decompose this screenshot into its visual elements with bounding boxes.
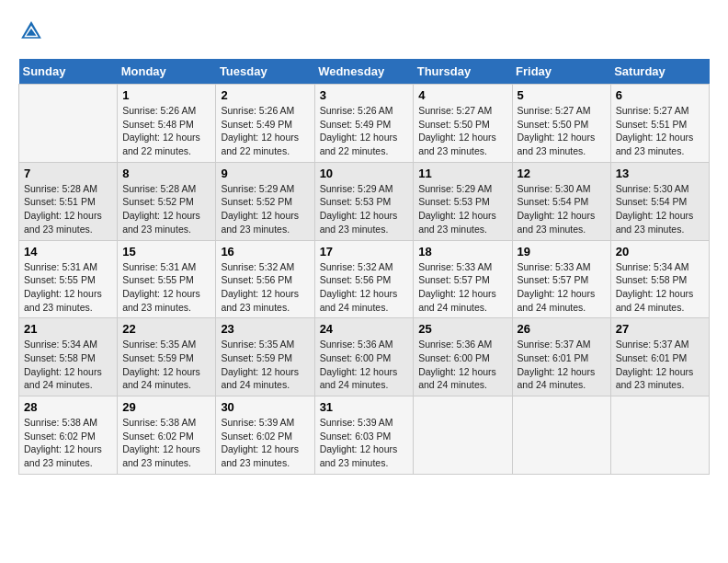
day-info: Sunrise: 5:36 AM Sunset: 6:00 PM Dayligh… bbox=[418, 338, 506, 392]
day-info: Sunrise: 5:32 AM Sunset: 5:56 PM Dayligh… bbox=[221, 260, 309, 315]
header-day-thursday: Thursday bbox=[414, 59, 512, 85]
calendar-cell: 31Sunrise: 5:39 AM Sunset: 6:03 PM Dayli… bbox=[314, 396, 414, 475]
day-info: Sunrise: 5:26 AM Sunset: 5:48 PM Dayligh… bbox=[122, 104, 210, 158]
calendar-table: SundayMondayTuesdayWednesdayThursdayFrid… bbox=[18, 59, 710, 475]
header-day-saturday: Saturday bbox=[610, 59, 709, 85]
calendar-cell: 29Sunrise: 5:38 AM Sunset: 6:02 PM Dayli… bbox=[118, 396, 216, 475]
calendar-cell: 8Sunrise: 5:28 AM Sunset: 5:52 PM Daylig… bbox=[118, 162, 216, 240]
day-number: 5 bbox=[518, 88, 606, 102]
calendar-cell: 18Sunrise: 5:33 AM Sunset: 5:57 PM Dayli… bbox=[414, 240, 512, 318]
day-info: Sunrise: 5:30 AM Sunset: 5:54 PM Dayligh… bbox=[518, 182, 606, 236]
calendar-cell: 11Sunrise: 5:29 AM Sunset: 5:53 PM Dayli… bbox=[414, 162, 512, 240]
calendar-cell: 2Sunrise: 5:26 AM Sunset: 5:49 PM Daylig… bbox=[216, 85, 314, 163]
calendar-cell bbox=[414, 396, 512, 475]
calendar-week-3: 14Sunrise: 5:31 AM Sunset: 5:55 PM Dayli… bbox=[19, 240, 710, 318]
header-day-friday: Friday bbox=[512, 59, 610, 85]
calendar-cell: 21Sunrise: 5:34 AM Sunset: 5:58 PM Dayli… bbox=[19, 318, 118, 396]
calendar-week-4: 21Sunrise: 5:34 AM Sunset: 5:58 PM Dayli… bbox=[19, 318, 710, 396]
day-info: Sunrise: 5:38 AM Sunset: 6:02 PM Dayligh… bbox=[24, 416, 112, 470]
day-number: 10 bbox=[320, 167, 409, 180]
day-info: Sunrise: 5:35 AM Sunset: 5:59 PM Dayligh… bbox=[122, 338, 210, 392]
logo-icon bbox=[18, 18, 44, 44]
header-day-wednesday: Wednesday bbox=[314, 59, 414, 85]
day-number: 28 bbox=[24, 400, 112, 414]
day-number: 13 bbox=[616, 167, 704, 180]
day-info: Sunrise: 5:28 AM Sunset: 5:52 PM Dayligh… bbox=[122, 182, 210, 236]
day-number: 17 bbox=[320, 245, 409, 259]
day-number: 15 bbox=[122, 245, 210, 259]
calendar-week-5: 28Sunrise: 5:38 AM Sunset: 6:02 PM Dayli… bbox=[19, 396, 710, 475]
day-info: Sunrise: 5:34 AM Sunset: 5:58 PM Dayligh… bbox=[24, 338, 112, 392]
day-number: 23 bbox=[221, 322, 309, 336]
day-info: Sunrise: 5:37 AM Sunset: 6:01 PM Dayligh… bbox=[616, 338, 704, 392]
day-number: 11 bbox=[418, 167, 506, 180]
day-number: 30 bbox=[221, 400, 309, 414]
day-info: Sunrise: 5:38 AM Sunset: 6:02 PM Dayligh… bbox=[122, 416, 210, 470]
day-info: Sunrise: 5:36 AM Sunset: 6:00 PM Dayligh… bbox=[320, 338, 409, 392]
header-day-monday: Monday bbox=[118, 59, 216, 85]
day-info: Sunrise: 5:37 AM Sunset: 6:01 PM Dayligh… bbox=[518, 338, 606, 392]
day-number: 18 bbox=[418, 245, 506, 259]
day-number: 29 bbox=[122, 400, 210, 414]
day-number: 7 bbox=[24, 167, 112, 180]
day-number: 4 bbox=[418, 88, 506, 102]
day-info: Sunrise: 5:34 AM Sunset: 5:58 PM Dayligh… bbox=[616, 260, 704, 315]
calendar-cell: 28Sunrise: 5:38 AM Sunset: 6:02 PM Dayli… bbox=[19, 396, 118, 475]
day-number: 20 bbox=[616, 245, 704, 259]
calendar-cell: 3Sunrise: 5:26 AM Sunset: 5:49 PM Daylig… bbox=[314, 85, 414, 163]
calendar-week-1: 1Sunrise: 5:26 AM Sunset: 5:48 PM Daylig… bbox=[19, 85, 710, 163]
day-number: 1 bbox=[122, 88, 210, 102]
day-number: 24 bbox=[320, 322, 409, 336]
day-info: Sunrise: 5:28 AM Sunset: 5:51 PM Dayligh… bbox=[24, 182, 112, 236]
calendar-cell: 1Sunrise: 5:26 AM Sunset: 5:48 PM Daylig… bbox=[118, 85, 216, 163]
day-info: Sunrise: 5:27 AM Sunset: 5:51 PM Dayligh… bbox=[616, 104, 704, 158]
calendar-cell: 19Sunrise: 5:33 AM Sunset: 5:57 PM Dayli… bbox=[512, 240, 610, 318]
day-info: Sunrise: 5:30 AM Sunset: 5:54 PM Dayligh… bbox=[616, 182, 704, 236]
day-info: Sunrise: 5:26 AM Sunset: 5:49 PM Dayligh… bbox=[320, 104, 409, 158]
calendar-cell: 24Sunrise: 5:36 AM Sunset: 6:00 PM Dayli… bbox=[314, 318, 414, 396]
day-info: Sunrise: 5:31 AM Sunset: 5:55 PM Dayligh… bbox=[24, 260, 112, 315]
day-info: Sunrise: 5:33 AM Sunset: 5:57 PM Dayligh… bbox=[418, 260, 506, 315]
calendar-cell: 15Sunrise: 5:31 AM Sunset: 5:55 PM Dayli… bbox=[118, 240, 216, 318]
day-info: Sunrise: 5:29 AM Sunset: 5:53 PM Dayligh… bbox=[418, 182, 506, 236]
day-info: Sunrise: 5:27 AM Sunset: 5:50 PM Dayligh… bbox=[418, 104, 506, 158]
day-info: Sunrise: 5:29 AM Sunset: 5:52 PM Dayligh… bbox=[221, 182, 309, 236]
day-number: 12 bbox=[518, 167, 606, 180]
day-number: 26 bbox=[518, 322, 606, 336]
day-number: 3 bbox=[320, 88, 409, 102]
header-day-tuesday: Tuesday bbox=[216, 59, 314, 85]
day-number: 16 bbox=[221, 245, 309, 259]
day-number: 25 bbox=[418, 322, 506, 336]
day-info: Sunrise: 5:39 AM Sunset: 6:02 PM Dayligh… bbox=[221, 416, 309, 470]
calendar-cell: 23Sunrise: 5:35 AM Sunset: 5:59 PM Dayli… bbox=[216, 318, 314, 396]
calendar-cell: 12Sunrise: 5:30 AM Sunset: 5:54 PM Dayli… bbox=[512, 162, 610, 240]
calendar-cell: 10Sunrise: 5:29 AM Sunset: 5:53 PM Dayli… bbox=[314, 162, 414, 240]
calendar-cell: 9Sunrise: 5:29 AM Sunset: 5:52 PM Daylig… bbox=[216, 162, 314, 240]
day-info: Sunrise: 5:29 AM Sunset: 5:53 PM Dayligh… bbox=[320, 182, 409, 236]
day-info: Sunrise: 5:35 AM Sunset: 5:59 PM Dayligh… bbox=[221, 338, 309, 392]
calendar-cell: 26Sunrise: 5:37 AM Sunset: 6:01 PM Dayli… bbox=[512, 318, 610, 396]
day-number: 27 bbox=[616, 322, 704, 336]
calendar-cell: 16Sunrise: 5:32 AM Sunset: 5:56 PM Dayli… bbox=[216, 240, 314, 318]
calendar-cell bbox=[19, 85, 118, 163]
calendar-cell: 22Sunrise: 5:35 AM Sunset: 5:59 PM Dayli… bbox=[118, 318, 216, 396]
day-number: 8 bbox=[122, 167, 210, 180]
day-number: 31 bbox=[320, 400, 409, 414]
day-info: Sunrise: 5:39 AM Sunset: 6:03 PM Dayligh… bbox=[320, 416, 409, 470]
day-info: Sunrise: 5:31 AM Sunset: 5:55 PM Dayligh… bbox=[122, 260, 210, 315]
day-number: 6 bbox=[616, 88, 704, 102]
calendar-cell: 6Sunrise: 5:27 AM Sunset: 5:51 PM Daylig… bbox=[610, 85, 709, 163]
day-number: 22 bbox=[122, 322, 210, 336]
calendar-cell: 25Sunrise: 5:36 AM Sunset: 6:00 PM Dayli… bbox=[414, 318, 512, 396]
logo bbox=[18, 18, 48, 44]
day-info: Sunrise: 5:33 AM Sunset: 5:57 PM Dayligh… bbox=[518, 260, 606, 315]
calendar-cell: 14Sunrise: 5:31 AM Sunset: 5:55 PM Dayli… bbox=[19, 240, 118, 318]
calendar-body: 1Sunrise: 5:26 AM Sunset: 5:48 PM Daylig… bbox=[19, 85, 710, 475]
calendar-cell bbox=[610, 396, 709, 475]
day-number: 2 bbox=[221, 88, 309, 102]
calendar-cell: 27Sunrise: 5:37 AM Sunset: 6:01 PM Dayli… bbox=[610, 318, 709, 396]
page-header bbox=[18, 18, 710, 44]
calendar-cell: 13Sunrise: 5:30 AM Sunset: 5:54 PM Dayli… bbox=[610, 162, 709, 240]
day-info: Sunrise: 5:26 AM Sunset: 5:49 PM Dayligh… bbox=[221, 104, 309, 158]
calendar-cell: 30Sunrise: 5:39 AM Sunset: 6:02 PM Dayli… bbox=[216, 396, 314, 475]
